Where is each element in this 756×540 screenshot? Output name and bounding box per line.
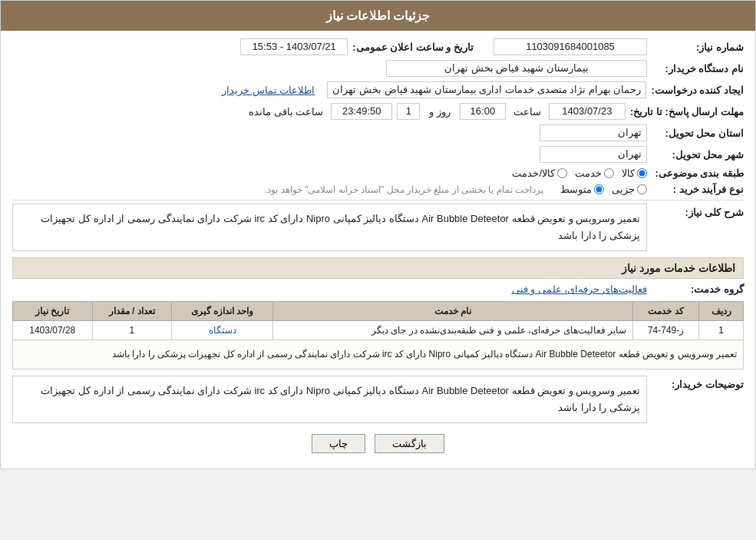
ostan-value: تهران (540, 124, 647, 141)
chap-button[interactable]: چاپ (312, 434, 365, 453)
th-tedad: تعداد / مقدار (92, 302, 171, 321)
roz-value: 1 (397, 103, 420, 120)
saat-value: 16:00 (460, 103, 506, 120)
row-shahr: شهر محل تحویل: تهران (12, 146, 744, 163)
table-body: 1ز-749-74سایر فعالیت‌های حرفه‌ای، علمی و… (13, 321, 744, 369)
ostan-label: استان محل تحویل: (652, 128, 744, 139)
row-shomareNiaz: شماره نیاز: 1103091684001085 تاریخ و ساع… (12, 38, 744, 55)
services-table-wrap: ردیف کد خدمت نام خدمت واحد اندازه گیری ت… (12, 301, 744, 369)
th-namKhedmat: نام خدمت (273, 302, 633, 321)
cell-radif: 1 (699, 321, 744, 340)
noveFarayand-label: نوع فرآیند خرید : (652, 184, 744, 195)
page-title: جزئیات اطلاعات نیاز (326, 9, 431, 22)
ettelaat-link[interactable]: اطلاعات تماس خریدار (222, 84, 315, 96)
saat-label: ساعت (513, 106, 541, 118)
row-ostan: استان محل تحویل: تهران (12, 124, 744, 141)
baghimande-value: 23:49:50 (331, 103, 392, 120)
baz-button[interactable]: بازگشت (375, 434, 444, 453)
namDastgah-label: نام دستگاه خریدار: (652, 63, 744, 75)
shahr-label: شهر محل تحویل: (652, 149, 744, 161)
page-header: جزئیات اطلاعات نیاز (1, 1, 755, 31)
tozihatKharidar-value: تعمیر وسرویس و تعویض قطعه Air Bubble Det… (12, 376, 647, 423)
row-groheKhedmat: گروه خدمت: فعالیت‌های حرفه‌ای، علمی و فن… (12, 283, 744, 295)
kala-label: کالا (622, 167, 635, 179)
jozei-label: جزیی (612, 184, 635, 195)
table-desc-cell: تعمیر وسرویس و تعویض قطعه Air Bubble Det… (13, 340, 744, 369)
th-kodKhedmat: کد خدمت (632, 302, 698, 321)
table-header-row: ردیف کد خدمت نام خدمت واحد اندازه گیری ت… (13, 302, 744, 321)
groheKhedmat-value[interactable]: فعالیت‌های حرفه‌ای، علمی و فنی (512, 283, 647, 295)
cell-tedad: 1 (92, 321, 171, 340)
radio-kala[interactable]: کالا (622, 167, 647, 179)
mottaset-label: متوسط (560, 184, 592, 195)
khedmat-label: خدمت (575, 167, 602, 179)
ijadKonande-label: ایجاد کننده درخواست: (651, 84, 744, 96)
kalaKhedmat-label: کالا/خدمت (512, 167, 555, 179)
tarikh-value: 1403/07/21 - 15:53 (240, 38, 348, 55)
date-value: 1403/07/23 (549, 103, 626, 120)
row-noveFarayand: نوع فرآیند خرید : جزیی متوسط پرداخت تمام… (12, 184, 744, 195)
sharhKolliNiaz-label: شرح کلی نیاز: (652, 207, 744, 218)
row-tozihat: توضیحات خریدار: تعمیر وسرویس و تعویض قطع… (12, 376, 744, 423)
roz-label: روز و (429, 106, 451, 118)
radio-khedmat[interactable]: خدمت (575, 167, 614, 179)
th-vahed: واحد اندازه گیری (171, 302, 272, 321)
farayand-radio-group: جزیی متوسط (560, 184, 647, 195)
table-row: 1ز-749-74سایر فعالیت‌های حرفه‌ای، علمی و… (13, 321, 744, 340)
table-desc-row: تعمیر وسرویس و تعویض قطعه Air Bubble Det… (13, 340, 744, 369)
tabaqebandi-radio-group: کالا خدمت کالا/خدمت (512, 167, 647, 179)
shomareNiaz-label: شماره نیاز: (652, 41, 744, 53)
row-tabaqebandi: طبقه بندی موضوعی: کالا خدمت کالا/خدمت (12, 167, 744, 179)
radio-jozei[interactable]: جزیی (612, 184, 647, 195)
page-container: جزئیات اطلاعات نیاز شماره نیاز: 11030916… (0, 0, 756, 469)
radio-mottaset[interactable]: متوسط (560, 184, 604, 195)
namDastgah-value: بیمارستان شهید فیاض بخش تهران (386, 60, 647, 77)
cell-vahed[interactable]: دستگاه (171, 321, 272, 340)
radio-kalaKhedmat[interactable]: کالا/خدمت (512, 167, 567, 179)
row-sharhKolliNiaz: شرح کلی نیاز: تعمیر وسرویس و تعویض قطعه … (12, 204, 744, 251)
cell-kodKhedmat: ز-749-74 (632, 321, 698, 340)
shahr-value: تهران (540, 146, 647, 163)
th-tarikh: تاریخ نیاز (13, 302, 93, 321)
services-table: ردیف کد خدمت نام خدمت واحد اندازه گیری ت… (12, 301, 744, 369)
tarikh-label: تاریخ و ساعت اعلان عمومی: (352, 41, 474, 53)
tozihatKharidar-label: توضیحات خریدار: (652, 379, 744, 390)
row-ijadKonande: ایجاد کننده درخواست: رحمان بهرام نژاد مت… (12, 81, 744, 98)
sharhKolliNiaz-value: تعمیر وسرویس و تعویض قطعه Air Bubble Det… (12, 204, 647, 251)
separator-1 (12, 200, 744, 200)
cell-namKhedmat: سایر فعالیت‌های حرفه‌ای، علمی و فنی طبقه… (273, 321, 633, 340)
buttons-row: بازگشت چاپ (12, 434, 744, 453)
cell-tarikh: 1403/07/28 (13, 321, 93, 340)
content-area: شماره نیاز: 1103091684001085 تاریخ و ساع… (1, 31, 755, 469)
groheKhedmat-label: گروه خدمت: (652, 283, 744, 295)
farayand-note: پرداخت تمام یا بخشی از مبلغ خریدار محل "… (265, 184, 543, 195)
ijadKonande-value: رحمان بهرام نژاد متصدی خدمات اداری بیمار… (327, 81, 646, 98)
mohlatErsalPasokh-label: مهلت ارسال پاسخ: تا تاریخ: (630, 106, 744, 118)
baghimande-label: ساعت باقی مانده (249, 106, 323, 118)
row-namDastgah: نام دستگاه خریدار: بیمارستان شهید فیاض ب… (12, 60, 744, 77)
row-mohlatErsalPasokh: مهلت ارسال پاسخ: تا تاریخ: 1403/07/23 سا… (12, 103, 744, 120)
shomareNiaz-value: 1103091684001085 (494, 38, 647, 55)
tabaqebandi-label: طبقه بندی موضوعی: (652, 167, 744, 179)
th-radif: ردیف (699, 302, 744, 321)
section-ettela-khedamat: اطلاعات خدمات مورد نیاز (12, 257, 744, 279)
